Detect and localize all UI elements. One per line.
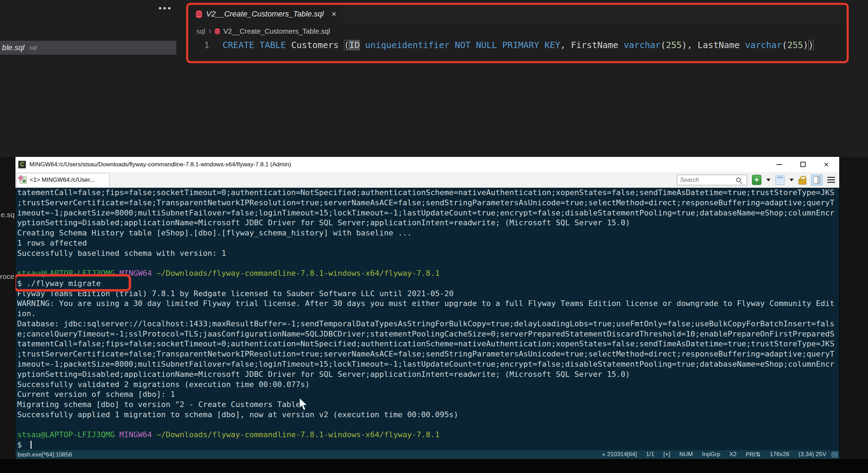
code-token: varchar bbox=[624, 40, 660, 50]
terminal-line: Migrating schema [dbo] to version "2 - C… bbox=[17, 400, 839, 410]
code-token: , FirstName bbox=[560, 40, 624, 50]
code-token: ( bbox=[660, 40, 666, 50]
terminal-tab-label: <1> MINGW64:/c/User... bbox=[30, 176, 95, 184]
code-token: ) bbox=[682, 40, 687, 50]
code-token: ) bbox=[808, 40, 814, 50]
terminal-line: Current version of schema [dbo]: 1 bbox=[17, 389, 839, 400]
status-process: bash.exe[*64]:10856 bbox=[15, 451, 72, 458]
code-token: CREATE TABLE bbox=[223, 40, 286, 50]
hamburger-menu-icon[interactable] bbox=[827, 177, 835, 183]
code-token: 255 bbox=[666, 40, 681, 50]
terminal-line: Creating Schema History table [eShop].[d… bbox=[17, 228, 839, 238]
terminal-tabbar: <1> MINGW64:/c/User... + bbox=[15, 172, 839, 188]
chevron-down-icon[interactable] bbox=[789, 179, 794, 181]
code-token: , LastName bbox=[687, 40, 745, 50]
status-item: 176x26 bbox=[770, 451, 789, 458]
code-token: uniqueidentifier bbox=[365, 40, 449, 50]
terminal-line: ;trustServerCertificate=false;Transparen… bbox=[17, 198, 839, 208]
chevron-down-icon[interactable] bbox=[766, 179, 771, 181]
code-token: ( bbox=[344, 40, 349, 50]
more-actions-icon[interactable]: ••• bbox=[158, 3, 172, 14]
status-item: « 210314[64] bbox=[602, 451, 637, 458]
bottom-edge bbox=[0, 459, 868, 473]
tab-sql-file[interactable]: V2__Create_Customers_Table.sql × bbox=[188, 5, 343, 23]
terminal-line: Successfully baselined schema with versi… bbox=[17, 248, 839, 259]
breadcrumb[interactable]: sql › V2__Create_Customers_Table.sql bbox=[196, 25, 330, 37]
status-item: [+] bbox=[663, 451, 670, 458]
terminal-line bbox=[17, 258, 839, 268]
database-file-icon bbox=[196, 11, 202, 18]
code-token: ( bbox=[782, 40, 787, 50]
resize-grip[interactable] bbox=[831, 452, 838, 458]
code-token bbox=[360, 40, 365, 50]
new-console-button[interactable]: + bbox=[752, 175, 761, 185]
terminal-line: stsau@LAPTOP-LFIJ3QMG MINGW64 ~/Download… bbox=[17, 268, 839, 279]
terminal-window: C MINGW64:/c/Users/stsau/Downloads/flywa… bbox=[15, 157, 839, 459]
status-item: 1/1 bbox=[646, 451, 655, 458]
bash-tab-icon bbox=[20, 176, 27, 184]
status-item: (3,34) 25V bbox=[799, 451, 826, 458]
terminal-line: $ bbox=[17, 440, 839, 450]
terminal-line bbox=[17, 420, 839, 430]
terminal-line: yptionSetting=Disabled;applicationName=M… bbox=[17, 369, 839, 380]
code-token: 255 bbox=[787, 40, 803, 50]
terminal-line: 1 rows affected bbox=[17, 238, 839, 248]
obscured-text-fragment: e.sq bbox=[1, 211, 15, 219]
terminal-statusbar: bash.exe[*64]:10856 « 210314[64]1/1[+]NU… bbox=[15, 450, 839, 459]
terminal-line: imeout=-1;packetSize=8000;multiSubnetFai… bbox=[17, 208, 839, 218]
terminal-line: ion. bbox=[17, 309, 839, 319]
terminal-line: yptionSetting=Disabled;applicationName=M… bbox=[17, 218, 839, 228]
terminal-line: Successfully applied 1 migration to sche… bbox=[17, 410, 839, 420]
tab-filename: V2__Create_Customers_Table.sql bbox=[206, 9, 324, 19]
code-token: varchar bbox=[745, 40, 782, 50]
terminal-line: tatementCall=false;fips=false;socketTime… bbox=[17, 339, 839, 349]
lock-icon[interactable] bbox=[799, 179, 806, 185]
editor-background bbox=[0, 0, 868, 157]
terminal-line: Successfully validated 2 migrations (exe… bbox=[17, 380, 839, 390]
layout-toggle-icon[interactable] bbox=[811, 175, 822, 185]
breadcrumb-folder[interactable]: sql bbox=[196, 27, 205, 35]
code-token: NOT NULL PRIMARY KEY bbox=[455, 40, 560, 50]
terminal-line: imeout=-1;packetSize=8000;multiSubnetFai… bbox=[17, 359, 839, 369]
sql-code: CREATE TABLE Customers (ID uniqueidentif… bbox=[223, 40, 814, 50]
terminal-line: tatementCall=false;fips=false;socketTime… bbox=[17, 188, 839, 198]
code-token bbox=[449, 40, 455, 50]
tab-list-icon[interactable] bbox=[775, 175, 785, 185]
terminal-line: WARNING: You are using a 30 day limited … bbox=[17, 299, 839, 309]
code-token: ) bbox=[803, 40, 808, 50]
search-box[interactable] bbox=[677, 175, 747, 185]
terminal-line: stsau@LAPTOP-LFIJ3QMG MINGW64 ~/Download… bbox=[17, 430, 839, 440]
status-item: X2 bbox=[729, 451, 737, 458]
terminal-line: ;trustServerCertificate=false;Transparen… bbox=[17, 349, 839, 359]
terminal-title: MINGW64:/c/Users/stsau/Downloads/flyway-… bbox=[29, 161, 291, 168]
breadcrumb-filename[interactable]: V2__Create_Customers_Table.sql bbox=[223, 27, 330, 35]
code-token: Customers bbox=[286, 40, 344, 50]
terminal-line: Database: jdbc:sqlserver://localhost:143… bbox=[17, 319, 839, 329]
background-tab-hint: sql bbox=[29, 44, 37, 51]
status-item: PRI⇅ bbox=[746, 451, 761, 458]
terminal-caret bbox=[30, 441, 32, 449]
terminal-output[interactable]: tatementCall=false;fips=false;socketTime… bbox=[15, 188, 839, 450]
obscured-text-fragment: roce bbox=[0, 272, 14, 281]
close-tab-icon[interactable]: × bbox=[332, 9, 337, 19]
background-tab-filename: ble.sql bbox=[2, 43, 25, 52]
status-item: NUM bbox=[679, 451, 693, 458]
search-input[interactable] bbox=[680, 176, 736, 184]
terminal-tab-active[interactable]: <1> MINGW64:/c/User... bbox=[16, 173, 109, 187]
editor-tab-strip: V2__Create_Customers_Table.sql × bbox=[188, 5, 847, 23]
minimize-icon[interactable] bbox=[777, 164, 782, 165]
terminal-titlebar[interactable]: C MINGW64:/c/Users/stsau/Downloads/flywa… bbox=[15, 157, 839, 172]
code-editor-line[interactable]: 1CREATE TABLE Customers (ID uniqueidenti… bbox=[188, 37, 814, 53]
status-item: InpGrp bbox=[702, 451, 720, 458]
search-icon bbox=[736, 178, 741, 182]
status-items: « 210314[64]1/1[+]NUMInpGrpX2PRI⇅176x26(… bbox=[602, 451, 831, 458]
close-icon[interactable]: × bbox=[824, 162, 829, 167]
code-token: ID bbox=[349, 40, 360, 50]
background-editor-tab[interactable]: ble.sql sql bbox=[0, 41, 176, 55]
line-number: 1 bbox=[188, 40, 209, 50]
maximize-icon[interactable] bbox=[800, 162, 806, 167]
terminal-line: $ ./flyway migrate bbox=[17, 279, 839, 289]
conemu-app-icon: C bbox=[18, 161, 26, 168]
database-file-icon bbox=[215, 28, 220, 34]
terminal-line: Flyway Teams Edition (trial) 7.8.1 by Re… bbox=[17, 289, 839, 299]
